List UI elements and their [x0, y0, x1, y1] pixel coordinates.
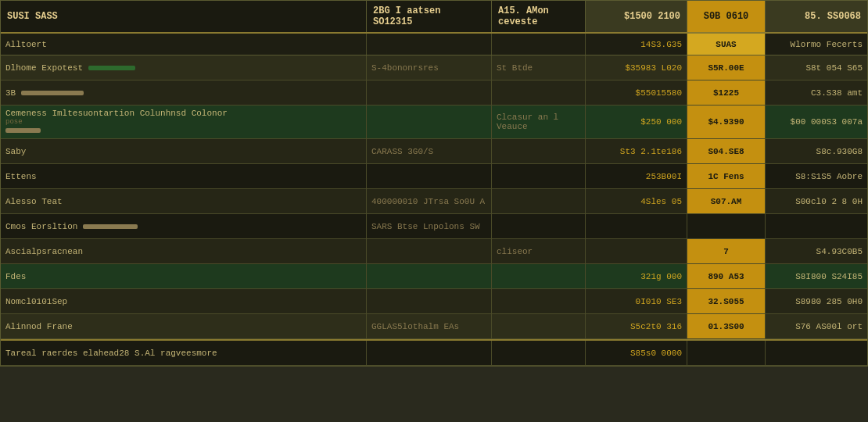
subheader-col3 [492, 34, 586, 55]
row-status: S04.SE8 [687, 139, 766, 163]
row-last: S8I800 S24I85 [766, 264, 867, 288]
row-status: 890 A53 [687, 264, 766, 288]
row-amount: 4Sles 05 [586, 189, 687, 213]
row-col2 [367, 341, 492, 365]
subheader-last: Wlormo Fecerts [766, 34, 867, 55]
row-last: S00cl0 2 8 0H [766, 189, 867, 213]
header-amount: $1500 2100 [586, 1, 687, 32]
row-col2 [367, 289, 492, 313]
row-col3: Clcasur an l Veauce [492, 106, 586, 138]
row-amount: 253B00I [586, 164, 687, 188]
row-amount: 0I010 SE3 [586, 289, 687, 313]
row-col1: Nomcl0101Sep [1, 289, 367, 313]
row-last: $00 000S3 007a [766, 106, 867, 138]
row-col1: Cmos Eorsltion [1, 214, 367, 238]
header-last: 85. SS0068 [766, 1, 867, 32]
row-col3 [492, 264, 586, 288]
row-col2 [367, 164, 492, 188]
row-col1: Ettens [1, 164, 367, 188]
row-col1: Fdes [1, 264, 367, 288]
header-col3: A15. AMon ceveste [492, 1, 586, 32]
row-col1: Dlhome Expotest [1, 55, 367, 80]
row-amount: 321g 000 [586, 264, 687, 288]
table-row: Cmos Eorsltion SARS Btse Lnpolons SW [1, 214, 867, 239]
header-status: S0B 0610 [687, 1, 766, 32]
table-row: Saby CARASS 3G0/S St3 2.1te186 S04.SE8 S… [1, 139, 867, 164]
row-col3 [492, 314, 586, 338]
row-col3 [492, 164, 586, 188]
header-col2: 2BG I aatsen SO12315 [367, 1, 492, 32]
row-col2: CARASS 3G0/S [367, 139, 492, 163]
subheader-col2 [367, 34, 492, 55]
main-table: SUSI SASS 2BG I aatsen SO12315 A15. AMon… [0, 0, 868, 367]
row-status: $4.9390 [687, 106, 766, 138]
row-col1: Cemeness Imltesuontartion Colunhnsd Colo… [1, 106, 367, 138]
table-row: Tareal raerdes elahead28 S.Al ragveesmor… [1, 339, 867, 366]
row-col2 [367, 80, 492, 105]
table-row: Dlhome Expotest S-4bononrsres St Btde $3… [1, 55, 867, 80]
table-row: Fdes 321g 000 890 A53 S8I800 S24I85 [1, 264, 867, 289]
row-amount: S5c2t0 316 [586, 314, 687, 338]
row-last: S76 AS00l ort [766, 314, 867, 338]
row-col2 [367, 106, 492, 138]
row-status: 01.3S00 [687, 314, 766, 338]
sub-label: pose [5, 118, 228, 126]
row-col1: Ascialpsracnean [1, 239, 367, 263]
row-col3 [492, 214, 586, 238]
row-amount [586, 239, 687, 263]
row-last: C3.S38 amt [766, 80, 867, 105]
row-col3 [492, 289, 586, 313]
row-amount: $35983 L020 [586, 55, 687, 80]
row-status: 1C Fens [687, 164, 766, 188]
row-last: S8t 054 S65 [766, 55, 867, 80]
table-row: Nomcl0101Sep 0I010 SE3 32.S055 S8980 285… [1, 289, 867, 314]
row-col2: GGLAS5lothalm EAs [367, 314, 492, 338]
row-col3 [492, 139, 586, 163]
row-col3 [492, 189, 586, 213]
row-col2: S-4bononrsres [367, 55, 492, 80]
table-row: 3B $55015580 $1225 C3.S38 amt [1, 80, 867, 106]
row-status: $1225 [687, 80, 766, 105]
row-col1: Tareal raerdes elahead28 S.Al ragveesmor… [1, 341, 367, 365]
row-col2 [367, 264, 492, 288]
row-col3 [492, 80, 586, 105]
subheader-amount: 14S3.G35 [586, 34, 687, 55]
row-status [687, 214, 766, 238]
row-status [687, 341, 766, 365]
row-status: 7 [687, 239, 766, 263]
data-rows: Dlhome Expotest S-4bononrsres St Btde $3… [1, 55, 867, 366]
row-status: S5R.00E [687, 55, 766, 80]
row-col2: SARS Btse Lnpolons SW [367, 214, 492, 238]
header-col1: SUSI SASS [1, 1, 367, 32]
subheader-col1: Alltoert [1, 34, 367, 55]
table-row: Cemeness Imltesuontartion Colunhnsd Colo… [1, 106, 867, 139]
table-row: Ascialpsracnean cliseor 7 S4.93C0B5 [1, 239, 867, 264]
header-row: SUSI SASS 2BG I aatsen SO12315 A15. AMon… [1, 1, 867, 34]
row-last: S8:S1S5 Aobre [766, 164, 867, 188]
row-col3 [492, 341, 586, 365]
row-status: S07.AM [687, 189, 766, 213]
row-col3: St Btde [492, 55, 586, 80]
row-col1: Alesso Teat [1, 189, 367, 213]
subheader-row: Alltoert 14S3.G35 SUAS Wlormo Fecerts [1, 34, 867, 55]
row-last [766, 214, 867, 238]
row-amount: S85s0 0000 [586, 341, 687, 365]
table-row: Alinnod Frane GGLAS5lothalm EAs S5c2t0 3… [1, 314, 867, 339]
row-last: S8c.930G8 [766, 139, 867, 163]
row-col2: 400000010 JTrsa So0U A [367, 189, 492, 213]
row-amount: $55015580 [586, 80, 687, 105]
row-status: 32.S055 [687, 289, 766, 313]
row-col2 [367, 239, 492, 263]
row-amount [586, 214, 687, 238]
subheader-status: SUAS [687, 34, 766, 55]
table-row: Alesso Teat 400000010 JTrsa So0U A 4Sles… [1, 189, 867, 214]
row-col1: Saby [1, 139, 367, 163]
row-col1: Alinnod Frane [1, 314, 367, 338]
row-last: S4.93C0B5 [766, 239, 867, 263]
row-col3: cliseor [492, 239, 586, 263]
row-last [766, 341, 867, 365]
table-row: Ettens 253B00I 1C Fens S8:S1S5 Aobre [1, 164, 867, 189]
row-amount: St3 2.1te186 [586, 139, 687, 163]
row-col1: 3B [1, 80, 367, 105]
row-amount: $250 000 [586, 106, 687, 138]
